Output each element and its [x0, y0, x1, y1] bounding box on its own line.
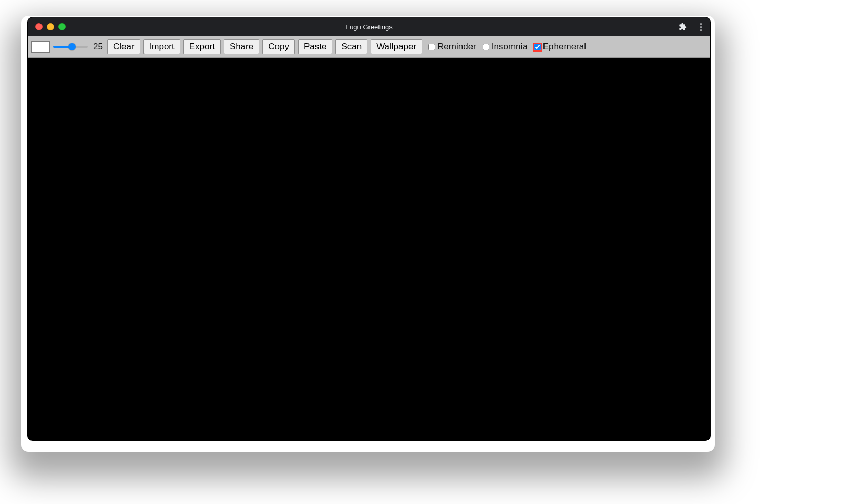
toolbar: 25 Clear Import Export Share Copy Paste …	[28, 36, 710, 58]
color-picker[interactable]	[31, 41, 50, 53]
insomnia-toggle: Insomnia	[480, 42, 528, 52]
titlebar: Fugu Greetings	[28, 17, 710, 36]
ephemeral-checkbox[interactable]	[534, 44, 541, 50]
brush-size-value: 25	[93, 42, 103, 52]
extensions-icon[interactable]	[679, 23, 687, 31]
maximize-window-button[interactable]	[58, 23, 66, 30]
drawing-canvas[interactable]	[28, 58, 710, 440]
scan-button[interactable]: Scan	[335, 39, 367, 54]
kebab-menu-icon[interactable]	[696, 22, 705, 32]
ephemeral-toggle: Ephemeral	[532, 42, 586, 52]
window-controls	[28, 23, 66, 30]
minimize-window-button[interactable]	[47, 23, 54, 30]
copy-button[interactable]: Copy	[262, 39, 295, 54]
reminder-label: Reminder	[437, 42, 476, 52]
brush-size-slider[interactable]	[53, 42, 88, 52]
close-window-button[interactable]	[35, 23, 43, 30]
app-window: Fugu Greetings 25 Clear	[27, 17, 711, 441]
export-button[interactable]: Export	[183, 39, 221, 54]
insomnia-label: Insomnia	[491, 42, 528, 52]
import-button[interactable]: Import	[143, 39, 180, 54]
clear-button[interactable]: Clear	[107, 39, 140, 54]
wallpaper-button[interactable]: Wallpaper	[371, 39, 422, 54]
share-button[interactable]: Share	[224, 39, 259, 54]
reminder-checkbox[interactable]	[428, 44, 435, 50]
reminder-toggle: Reminder	[426, 42, 476, 52]
paste-button[interactable]: Paste	[298, 39, 332, 54]
ephemeral-label: Ephemeral	[543, 42, 586, 52]
insomnia-checkbox[interactable]	[483, 44, 489, 50]
window-title: Fugu Greetings	[28, 23, 710, 31]
